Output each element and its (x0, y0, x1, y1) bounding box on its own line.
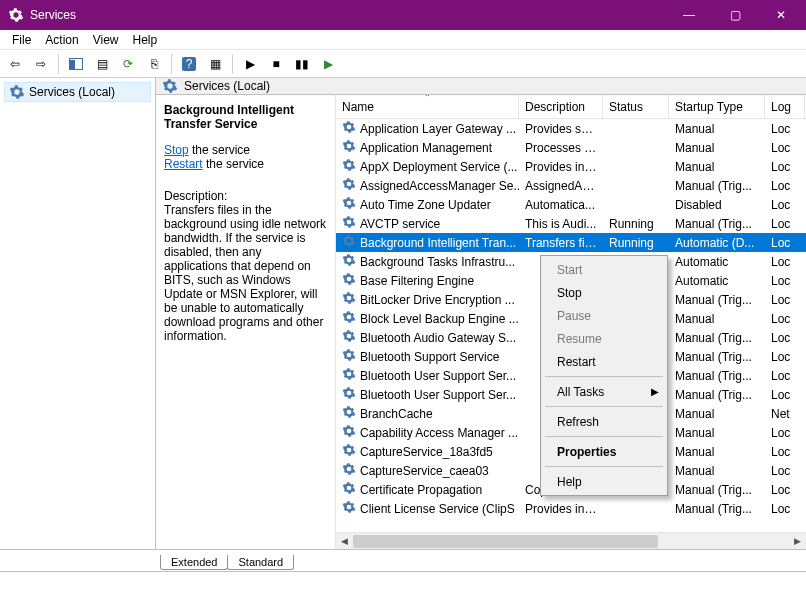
cell-desc: Processes in... (519, 141, 603, 155)
service-name: Block Level Backup Engine ... (360, 312, 519, 326)
ctx-separator (545, 376, 663, 377)
menu-action[interactable]: Action (39, 31, 84, 49)
cell-logon: Loc (765, 445, 805, 459)
help-icon: ? (182, 57, 196, 71)
ctx-stop[interactable]: Stop (543, 281, 665, 304)
column-startup-type[interactable]: Startup Type (669, 95, 765, 118)
service-row[interactable]: Application ManagementProcesses in...Man… (336, 138, 806, 157)
close-button[interactable]: ✕ (758, 0, 804, 30)
service-name: Certificate Propagation (360, 483, 482, 497)
ctx-refresh[interactable]: Refresh (543, 410, 665, 433)
cell-logon: Loc (765, 198, 805, 212)
menu-view[interactable]: View (87, 31, 125, 49)
cell-startup: Manual (Trig... (669, 369, 765, 383)
ctx-all-tasks[interactable]: All Tasks▶ (543, 380, 665, 403)
minimize-button[interactable]: — (666, 0, 712, 30)
cell-startup: Manual (Trig... (669, 350, 765, 364)
column-logon[interactable]: Log (765, 95, 805, 118)
tab-standard[interactable]: Standard (227, 555, 294, 570)
forward-button[interactable]: ⇨ (29, 52, 53, 76)
tree-item-label: Services (Local) (29, 85, 115, 99)
scroll-thumb[interactable] (353, 535, 658, 548)
menu-file[interactable]: File (6, 31, 37, 49)
service-name: CaptureService_caea03 (360, 464, 489, 478)
start-service-button[interactable]: ▶ (238, 52, 262, 76)
restart-service-button[interactable]: ▶ (316, 52, 340, 76)
service-row[interactable]: AppX Deployment Service (...Provides inf… (336, 157, 806, 176)
column-description[interactable]: Description (519, 95, 603, 118)
export-icon: ⎘ (151, 57, 158, 71)
cell-startup: Manual (669, 445, 765, 459)
gear-icon (342, 386, 356, 403)
cell-desc: AssignedAc... (519, 179, 603, 193)
separator (232, 54, 233, 74)
refresh-button[interactable]: ⟳ (116, 52, 140, 76)
ctx-start: Start (543, 258, 665, 281)
panel-icon (69, 58, 83, 70)
service-name: Background Tasks Infrastru... (360, 255, 515, 269)
column-name[interactable]: Name⌃ (336, 95, 519, 118)
service-name: AppX Deployment Service (... (360, 160, 517, 174)
service-name: Application Management (360, 141, 492, 155)
service-row[interactable]: AVCTP serviceThis is Audi...RunningManua… (336, 214, 806, 233)
arrow-left-icon: ⇦ (10, 57, 20, 71)
separator (58, 54, 59, 74)
question-button[interactable]: ▦ (203, 52, 227, 76)
service-row[interactable]: Application Layer Gateway ...Provides su… (336, 119, 806, 138)
cell-startup: Automatic (669, 255, 765, 269)
gear-icon (342, 177, 356, 194)
cell-name: BitLocker Drive Encryption ... (336, 291, 519, 308)
cell-name: Application Management (336, 139, 519, 156)
service-row[interactable]: Auto Time Zone UpdaterAutomatica...Disab… (336, 195, 806, 214)
gear-icon (342, 120, 356, 137)
pause-service-button[interactable]: ▮▮ (290, 52, 314, 76)
cell-desc: Provides inf... (519, 160, 603, 174)
cell-logon: Loc (765, 274, 805, 288)
cell-startup: Manual (669, 141, 765, 155)
question-icon: ▦ (210, 57, 221, 71)
scroll-left-button[interactable]: ◀ (336, 533, 353, 550)
right-header-label: Services (Local) (184, 79, 270, 93)
cell-name: Auto Time Zone Updater (336, 196, 519, 213)
cell-name: CaptureService_caea03 (336, 462, 519, 479)
description-label: Description: (164, 189, 327, 203)
cell-logon: Loc (765, 141, 805, 155)
ctx-help[interactable]: Help (543, 470, 665, 493)
scroll-right-button[interactable]: ▶ (789, 533, 806, 550)
service-row[interactable]: Client License Service (ClipSProvides in… (336, 499, 806, 518)
description-text: Transfers files in the background using … (164, 203, 327, 343)
service-row[interactable]: Background Intelligent Tran...Transfers … (336, 233, 806, 252)
maximize-button[interactable]: ▢ (712, 0, 758, 30)
tab-extended[interactable]: Extended (160, 555, 228, 570)
content: Services (Local) Services (Local) Backgr… (0, 78, 806, 549)
export-button[interactable]: ⎘ (142, 52, 166, 76)
stop-service-button[interactable]: ■ (264, 52, 288, 76)
cell-name: Client License Service (ClipS (336, 500, 519, 517)
scroll-track[interactable] (353, 533, 789, 550)
tree-item-services-local[interactable]: Services (Local) (4, 82, 151, 102)
link-restart-service[interactable]: Restart (164, 157, 203, 171)
show-hide-tree-button[interactable] (64, 52, 88, 76)
separator (171, 54, 172, 74)
ctx-properties[interactable]: Properties (543, 440, 665, 463)
service-name: Application Layer Gateway ... (360, 122, 516, 136)
cell-startup: Automatic (D... (669, 236, 765, 250)
menu-help[interactable]: Help (127, 31, 164, 49)
service-name: Client License Service (ClipS (360, 502, 515, 516)
cell-desc: Transfers fil... (519, 236, 603, 250)
link-stop-service[interactable]: Stop (164, 143, 189, 157)
ctx-restart[interactable]: Restart (543, 350, 665, 373)
column-status[interactable]: Status (603, 95, 669, 118)
cell-startup: Disabled (669, 198, 765, 212)
tab-strip: Extended Standard (0, 549, 806, 571)
services-icon (162, 78, 178, 94)
back-button[interactable]: ⇦ (3, 52, 27, 76)
service-row[interactable]: AssignedAccessManager Se...AssignedAc...… (336, 176, 806, 195)
properties-button[interactable]: ▤ (90, 52, 114, 76)
horizontal-scrollbar[interactable]: ◀ ▶ (336, 532, 806, 549)
cell-name: Application Layer Gateway ... (336, 120, 519, 137)
right-pane: Services (Local) Background Intelligent … (156, 78, 806, 549)
help-button[interactable]: ? (177, 52, 201, 76)
refresh-icon: ⟳ (123, 57, 133, 71)
cell-name: Base Filtering Engine (336, 272, 519, 289)
